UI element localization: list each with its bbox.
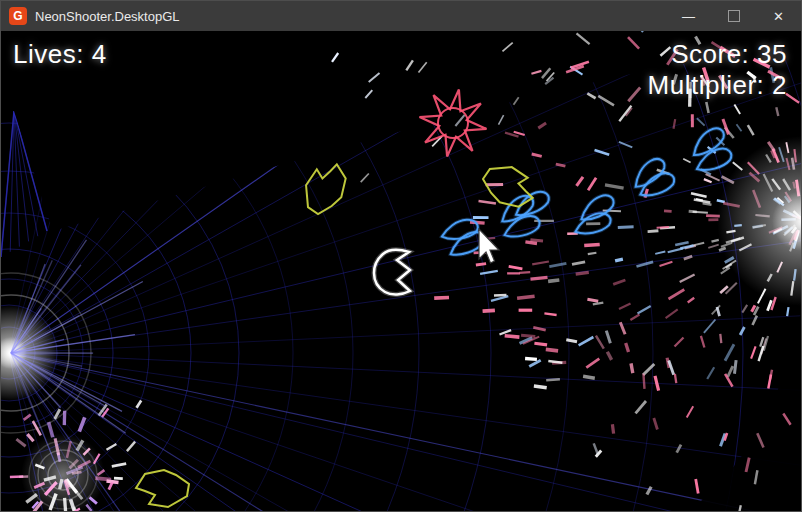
monogame-app-icon: G [9,7,27,25]
player-ship [374,250,410,295]
multiplier-label: Multiplier: 2 [648,70,787,101]
minimize-button[interactable]: — [666,1,711,31]
game-window: G NeonShooter.DesktopGL — ✕ Lives: 4 Sco… [0,0,802,512]
enemy-wanderer [297,156,353,220]
enemy-seeker [640,173,675,196]
close-button[interactable]: ✕ [756,1,801,31]
game-viewport[interactable]: Lives: 4 Score: 35 Multiplier: 2 [1,31,801,511]
enemy-seeker [505,215,540,238]
particle-burst-below-pink [494,280,603,388]
lives-label: Lives: 4 [13,39,107,70]
enemy-seeker [697,149,731,170]
game-scene [1,31,801,511]
maximize-button[interactable] [711,1,756,31]
enemy-seeker [689,127,728,157]
score-label: Score: 35 [648,39,787,70]
corner-shade [686,301,801,511]
maximize-icon [728,10,740,22]
titlebar: G NeonShooter.DesktopGL — ✕ [1,1,801,31]
window-title: NeonShooter.DesktopGL [35,9,666,24]
enemy-wanderer [136,470,189,507]
